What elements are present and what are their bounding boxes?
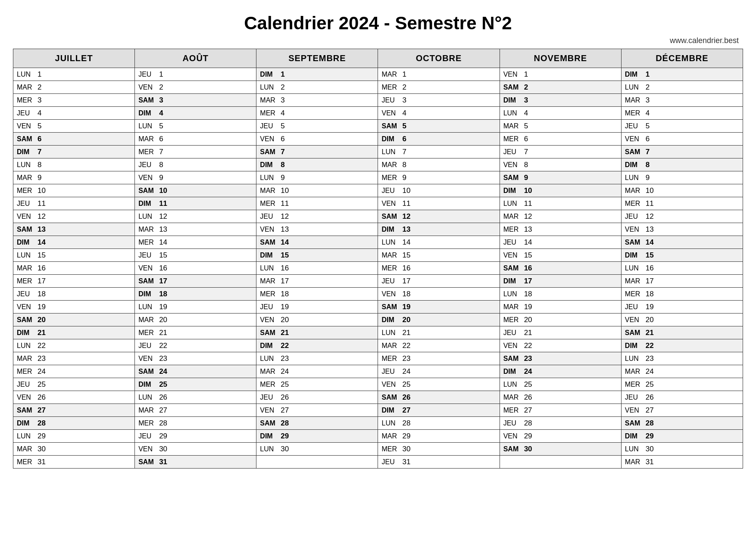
day-name: LUN	[260, 174, 281, 182]
day-name: JEU	[381, 187, 402, 195]
day-number: 23	[524, 354, 537, 363]
day-cell: MER4	[622, 107, 743, 120]
day-cell: MER14	[135, 236, 256, 249]
day-cell: LUN9	[256, 171, 378, 184]
day-cell: MER25	[622, 378, 743, 391]
day-number: 23	[159, 354, 172, 363]
day-number: 10	[37, 186, 50, 195]
day-number: 31	[37, 458, 50, 466]
day-name: SAM	[625, 239, 646, 246]
day-number: 5	[37, 122, 50, 130]
day-number: 28	[524, 419, 537, 428]
day-cell: DIM24	[500, 365, 622, 378]
day-cell: MER28	[135, 417, 256, 430]
day-number: 30	[37, 445, 50, 453]
day-name: JEU	[138, 251, 159, 259]
day-cell: LUN11	[500, 197, 622, 210]
day-number: 11	[402, 199, 415, 208]
day-cell: VEN13	[622, 223, 743, 236]
day-cell: SAM9	[500, 171, 622, 184]
day-number: 14	[159, 238, 172, 247]
day-name: MAR	[381, 71, 402, 78]
day-name: LUN	[17, 342, 37, 350]
day-number: 10	[281, 186, 294, 195]
day-cell: VEN26	[13, 391, 135, 404]
day-cell: SAM19	[378, 301, 500, 314]
day-cell: SAM31	[135, 456, 256, 469]
day-cell: VEN16	[135, 262, 256, 275]
day-name: VEN	[503, 251, 524, 259]
day-cell: SAM14	[256, 236, 378, 249]
day-name: LUN	[17, 161, 37, 169]
day-number: 27	[402, 406, 415, 415]
day-cell: LUN5	[135, 120, 256, 133]
day-cell: MER20	[500, 314, 622, 326]
day-cell: LUN8	[13, 158, 135, 171]
day-number: 10	[646, 186, 659, 195]
day-name: DIM	[503, 277, 524, 285]
day-name: LUN	[503, 290, 524, 298]
day-name: DIM	[17, 239, 37, 246]
day-name: SAM	[17, 226, 37, 233]
day-number: 21	[646, 329, 659, 337]
day-cell: MAR17	[256, 275, 378, 288]
day-name: DIM	[138, 381, 159, 388]
day-name: SAM	[625, 419, 646, 427]
day-cell: MAR24	[622, 365, 743, 378]
day-cell: MAR16	[13, 262, 135, 275]
day-name: MER	[17, 458, 37, 466]
day-cell: MAR5	[500, 120, 622, 133]
day-name: SAM	[503, 355, 524, 363]
day-cell: MAR12	[500, 210, 622, 223]
day-name: VEN	[381, 381, 402, 388]
day-cell: MER30	[378, 443, 500, 456]
day-number: 19	[281, 303, 294, 311]
day-cell: VEN27	[256, 404, 378, 417]
day-number: 18	[524, 290, 537, 298]
day-number: 30	[281, 445, 294, 453]
day-name: MAR	[381, 432, 402, 440]
day-number: 29	[159, 432, 172, 441]
day-cell: LUN23	[622, 352, 743, 365]
day-number: 1	[402, 70, 415, 79]
day-cell: MER31	[13, 456, 135, 469]
month-header-septembre: SEPTEMBRE	[256, 49, 378, 68]
day-cell: SAM23	[500, 352, 622, 365]
day-name: SAM	[260, 148, 281, 156]
day-number: 7	[524, 148, 537, 156]
day-number: 29	[37, 432, 50, 441]
day-cell: SAM24	[135, 365, 256, 378]
day-name: MER	[17, 277, 37, 285]
day-cell: JEU7	[500, 146, 622, 158]
day-number: 30	[646, 445, 659, 453]
day-name: LUN	[625, 355, 646, 363]
day-number: 3	[281, 96, 294, 105]
day-cell	[500, 456, 622, 469]
day-cell: MER7	[135, 146, 256, 158]
day-cell: LUN2	[256, 81, 378, 94]
day-name: VEN	[503, 71, 524, 78]
day-name: JEU	[260, 213, 281, 220]
day-cell: SAM3	[135, 94, 256, 107]
day-number: 4	[281, 109, 294, 118]
day-cell: JEU22	[135, 339, 256, 352]
day-name: JEU	[625, 394, 646, 401]
day-number: 5	[646, 122, 659, 130]
day-number: 12	[159, 212, 172, 221]
day-cell: LUN7	[378, 146, 500, 158]
day-cell: DIM13	[378, 223, 500, 236]
day-cell: MAR30	[13, 443, 135, 456]
day-name: DIM	[381, 316, 402, 324]
day-cell: JEU19	[256, 301, 378, 314]
day-name: JEU	[138, 71, 159, 78]
day-cell: SAM17	[135, 275, 256, 288]
day-name: VEN	[503, 342, 524, 350]
day-cell: SAM28	[256, 417, 378, 430]
day-cell: JEU31	[378, 456, 500, 469]
day-number: 4	[37, 109, 50, 118]
day-name: MER	[138, 239, 159, 246]
day-number: 14	[524, 238, 537, 247]
day-cell: LUN12	[135, 210, 256, 223]
day-number: 25	[37, 380, 50, 389]
day-name: JEU	[17, 290, 37, 298]
